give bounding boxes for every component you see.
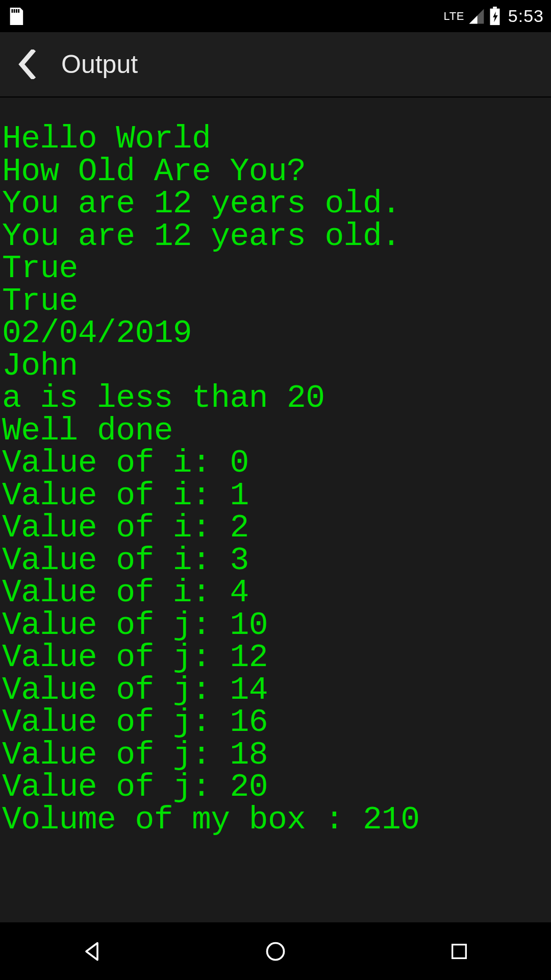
status-left xyxy=(7,6,24,27)
console-output: Hello World How Old Are You? You are 12 … xyxy=(2,123,551,836)
svg-rect-3 xyxy=(18,9,19,12)
svg-rect-1 xyxy=(14,9,15,12)
back-button[interactable] xyxy=(14,49,40,80)
svg-rect-0 xyxy=(12,9,13,12)
status-right: LTE 5:53 xyxy=(444,6,544,26)
page-title: Output xyxy=(61,50,138,79)
svg-point-6 xyxy=(267,943,284,960)
nav-back-button[interactable] xyxy=(61,936,122,967)
clock-label: 5:53 xyxy=(508,6,544,26)
network-type-label: LTE xyxy=(444,10,464,23)
nav-home-icon xyxy=(264,940,287,963)
svg-rect-7 xyxy=(453,944,466,958)
sd-card-icon xyxy=(7,6,24,27)
status-bar: LTE 5:53 xyxy=(0,0,551,32)
navigation-bar xyxy=(0,922,551,980)
back-arrow-icon xyxy=(18,50,36,79)
app-bar: Output xyxy=(0,32,551,97)
svg-rect-2 xyxy=(16,9,17,12)
output-panel: Hello World How Old Are You? You are 12 … xyxy=(0,97,551,922)
battery-charging-icon xyxy=(489,7,501,26)
svg-rect-5 xyxy=(493,7,497,9)
nav-home-button[interactable] xyxy=(245,936,306,967)
nav-back-icon xyxy=(81,940,103,963)
signal-icon xyxy=(468,8,485,24)
nav-recent-icon xyxy=(449,941,469,962)
nav-recent-button[interactable] xyxy=(429,936,490,967)
